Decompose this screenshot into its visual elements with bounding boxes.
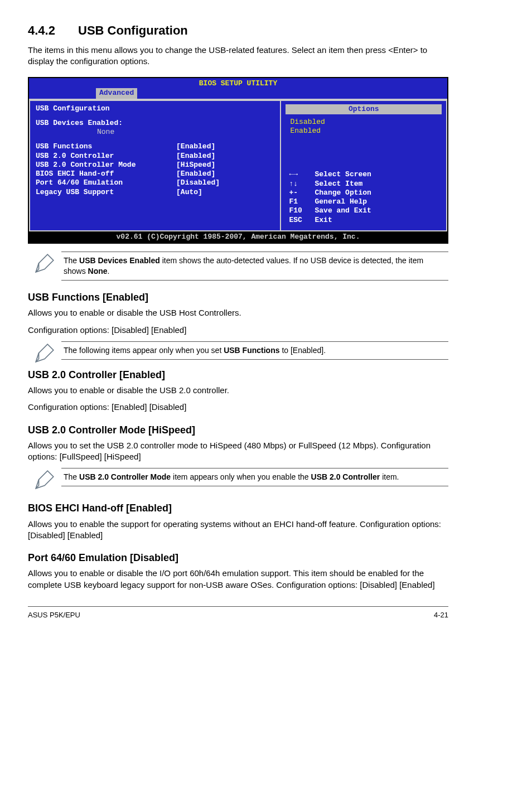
section-heading: 4.4.2USB Configuration xyxy=(28,22,448,39)
bios-right-panel: Options Disabled Enabled ←→Select Screen… xyxy=(280,100,447,231)
bios-row: USB 2.0 Controller[Enabled] xyxy=(36,152,274,161)
bios-row: Port 64/60 Emulation[Disabled] xyxy=(36,178,274,187)
bios-row-key: BIOS EHCI Hand-off xyxy=(36,170,176,178)
note-block: The USB Devices Enabled item shows the a… xyxy=(28,252,448,281)
section-title: USB Configuration xyxy=(78,23,188,37)
t: USB 2.0 Controller xyxy=(311,472,380,481)
body-text: Allows you to enable or disable the I/O … xyxy=(28,568,448,591)
t: item. xyxy=(380,472,399,481)
bios-row-val: [Disabled] xyxy=(176,178,274,187)
bios-devices-value: None xyxy=(97,128,274,137)
pencil-note-icon xyxy=(28,468,61,491)
section-number: 4.4.2 xyxy=(28,22,78,39)
bios-nav-text: Exit xyxy=(315,216,332,225)
t: USB Devices Enabled xyxy=(79,256,160,265)
bios-row-key: USB 2.0 Controller Mode xyxy=(36,161,176,170)
body-text: Allows you to set the USB 2.0 controller… xyxy=(28,440,448,463)
t: The xyxy=(64,472,79,481)
intro-text: The items in this menu allows you to cha… xyxy=(28,45,448,67)
body-text: Allows you to enable or disable the USB … xyxy=(28,307,448,318)
bios-nav-row: ↑↓Select Item xyxy=(289,180,439,189)
bios-nav-key: F10 xyxy=(289,206,315,215)
bios-nav-text: Select Screen xyxy=(315,170,371,179)
page-footer: ASUS P5K/EPU 4-21 xyxy=(28,606,448,620)
bios-devices-label: USB Devices Enabled: xyxy=(36,119,274,128)
subheading-port6460: Port 64/60 Emulation [Disabled] xyxy=(28,551,448,564)
body-text: Configuration options: [Disabled] [Enabl… xyxy=(28,325,448,336)
bios-row-val: [Auto] xyxy=(176,188,274,197)
bios-nav-row: F1General Help xyxy=(289,197,439,206)
bios-row-key: USB 2.0 Controller xyxy=(36,152,176,161)
t: to [Enabled]. xyxy=(280,346,326,355)
subheading-usb-functions: USB Functions [Enabled] xyxy=(28,291,448,304)
bios-row-key: Legacy USB Support xyxy=(36,188,176,197)
bios-nav-row: +-Change Option xyxy=(289,189,439,197)
bios-tab-row: Advanced xyxy=(29,88,447,98)
bios-title: BIOS SETUP UTILITY xyxy=(29,78,447,88)
subheading-usb20-mode: USB 2.0 Controller Mode [HiSpeed] xyxy=(28,423,448,437)
bios-option: Enabled xyxy=(281,127,446,136)
bios-nav-key: +- xyxy=(289,189,315,197)
bios-row: USB Functions[Enabled] xyxy=(36,142,274,151)
bios-options-box: Options Disabled Enabled xyxy=(281,101,446,141)
bios-nav-text: Save and Exit xyxy=(315,206,371,215)
note-text: The following items appear only when you… xyxy=(61,341,448,360)
bios-nav-row: ←→Select Screen xyxy=(289,170,439,179)
bios-tab-advanced: Advanced xyxy=(96,88,137,98)
bios-nav-help: ←→Select Screen ↑↓Select Item +-Change O… xyxy=(281,165,446,230)
bios-nav-key: F1 xyxy=(289,197,315,206)
t: . xyxy=(108,267,110,276)
bios-nav-key: ↑↓ xyxy=(289,180,315,189)
pencil-note-icon xyxy=(28,341,61,365)
t: The following items appear only when you… xyxy=(64,346,224,355)
bios-nav-text: Change Option xyxy=(315,189,371,197)
bios-panel-title: USB Configuration xyxy=(36,104,274,113)
bios-row-val: [Enabled] xyxy=(176,170,274,178)
subheading-usb20-controller: USB 2.0 Controller [Enabled] xyxy=(28,368,448,381)
bios-row-val: [Enabled] xyxy=(176,152,274,161)
bios-nav-key: ←→ xyxy=(289,170,315,179)
t: USB Functions xyxy=(224,346,279,355)
subheading-ehci: BIOS EHCI Hand-off [Enabled] xyxy=(28,501,448,515)
body-text: Allows you to enable the support for ope… xyxy=(28,519,448,542)
bios-row: BIOS EHCI Hand-off[Enabled] xyxy=(36,170,274,178)
bios-screenshot: BIOS SETUP UTILITY Advanced USB Configur… xyxy=(28,77,448,244)
bios-footer: v02.61 (C)Copyright 1985-2007, American … xyxy=(29,231,447,243)
note-block: The following items appear only when you… xyxy=(28,341,448,365)
pencil-note-icon xyxy=(28,252,61,275)
bios-option: Disabled xyxy=(281,118,446,127)
footer-left: ASUS P5K/EPU xyxy=(28,610,80,620)
note-block: The USB 2.0 Controller Mode item appears… xyxy=(28,468,448,491)
bios-nav-row: F10Save and Exit xyxy=(289,206,439,215)
bios-nav-key: ESC xyxy=(289,216,315,225)
t: None xyxy=(88,267,108,276)
t: USB 2.0 Controller Mode xyxy=(79,472,171,481)
bios-main: USB Configuration USB Devices Enabled: N… xyxy=(29,99,447,231)
t: item appears only when you enable the xyxy=(171,472,311,481)
bios-options-header: Options xyxy=(286,104,442,114)
bios-row: Legacy USB Support[Auto] xyxy=(36,188,274,197)
note-text: The USB 2.0 Controller Mode item appears… xyxy=(61,468,448,486)
bios-nav-text: General Help xyxy=(315,197,367,206)
bios-row-val: [HiSpeed] xyxy=(176,161,274,170)
t: The xyxy=(64,256,79,265)
bios-row-val: [Enabled] xyxy=(176,142,274,151)
bios-row-key: Port 64/60 Emulation xyxy=(36,178,176,187)
footer-right: 4-21 xyxy=(434,610,448,620)
bios-nav-row: ESCExit xyxy=(289,216,439,225)
bios-nav-text: Select Item xyxy=(315,180,362,189)
body-text: Configuration options: [Enabled] [Disabl… xyxy=(28,402,448,413)
note-text: The USB Devices Enabled item shows the a… xyxy=(61,252,448,281)
body-text: Allows you to enable or disable the USB … xyxy=(28,385,448,396)
bios-row-key: USB Functions xyxy=(36,142,176,151)
bios-left-panel: USB Configuration USB Devices Enabled: N… xyxy=(29,100,280,231)
bios-row: USB 2.0 Controller Mode[HiSpeed] xyxy=(36,161,274,170)
